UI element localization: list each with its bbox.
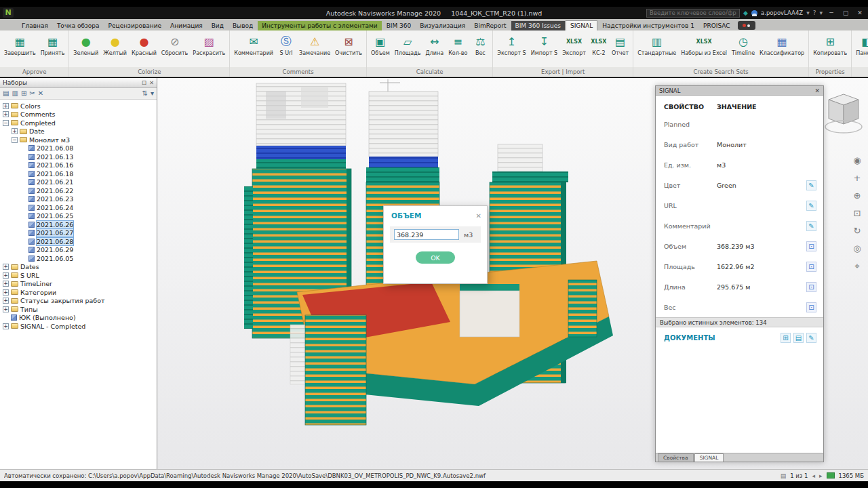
tree-item[interactable]: +Date	[0, 127, 157, 136]
ribbon-tab-bimreport[interactable]: BimReport	[470, 21, 510, 30]
filter-icon[interactable]: ▾	[151, 90, 154, 97]
ribbon-button-sets-from-excel[interactable]: XLSXНаборы из Excel	[679, 32, 729, 67]
view-cube[interactable]	[822, 87, 865, 138]
dialog-close-icon[interactable]: ✕	[476, 212, 481, 220]
cut-icon[interactable]: ✂	[29, 90, 35, 97]
collapse-icon[interactable]: −	[12, 137, 18, 143]
tree-item[interactable]: 2021.06.26	[0, 220, 157, 229]
ribbon-button-volume[interactable]: ▣Объем	[369, 32, 392, 67]
ribbon-tab-bim360[interactable]: BIM 360	[382, 21, 416, 30]
expand-icon[interactable]: +	[3, 272, 9, 279]
expand-icon[interactable]: +	[3, 111, 9, 117]
ribbon-button-length[interactable]: ↔Длина	[423, 32, 446, 67]
close-button[interactable]: ✕	[854, 9, 865, 16]
look-around-icon[interactable]: ◎	[850, 242, 864, 256]
new-folder-icon[interactable]: ▥	[12, 90, 18, 97]
tree-item[interactable]: 2021.06.13	[0, 152, 157, 161]
pan-icon[interactable]: +	[850, 171, 864, 185]
tree-item[interactable]: ЮК (Выполнено)	[0, 314, 157, 323]
tree-item[interactable]: 2021.06.25	[0, 212, 157, 221]
sheet-icon[interactable]: ▤	[781, 472, 787, 479]
tree-item[interactable]: 2021.06.22	[0, 186, 157, 195]
walk-icon[interactable]: ⌖	[850, 260, 864, 273]
add-document-icon[interactable]: ⊞	[781, 333, 791, 343]
ribbon-button-colorize[interactable]: ▨Раскрасить	[191, 32, 227, 67]
ribbon-tab-review[interactable]: Рецензирование	[104, 21, 165, 30]
ribbon-tab-bim360-issues[interactable]: BIM 360 Issues	[511, 21, 565, 30]
ribbon-button-count[interactable]: ≡Кол-во	[446, 32, 469, 67]
close-panel-icon[interactable]: ✕	[149, 79, 154, 86]
ribbon-button-reset[interactable]: ⊘Сбросить	[159, 32, 190, 67]
steering-wheel-icon[interactable]: ◉	[850, 154, 864, 167]
tree-item[interactable]: −Completed	[0, 119, 157, 127]
tree-item[interactable]: +Colors	[0, 102, 157, 110]
next-sheet-icon[interactable]: ▸	[819, 472, 823, 479]
ribbon-button-standard-sets[interactable]: ▥Стандартные	[635, 32, 678, 67]
ribbon-tab-proisac[interactable]: PROISAC	[699, 21, 734, 30]
ribbon-tab-rendering[interactable]: Визуализация	[416, 21, 469, 30]
panel-tab-signal[interactable]: SIGNAL	[694, 453, 724, 462]
ribbon-tab-signal[interactable]: SIGNAL	[566, 20, 597, 30]
edit-document-icon[interactable]: ✎	[806, 333, 816, 343]
user-menu-caret-icon[interactable]: ▾	[806, 9, 810, 16]
ribbon-tab-tool-addins[interactable]: Надстройки инструментов 1	[598, 21, 698, 30]
tree-item[interactable]: +Статусы закрытия работ	[0, 297, 157, 306]
prev-sheet-icon[interactable]: ◂	[812, 472, 815, 479]
tree-item[interactable]: 2021.06.08	[0, 144, 157, 153]
select-elements-icon[interactable]: ⊡	[806, 241, 816, 251]
ribbon-button-yellow[interactable]: ●Желтый	[101, 32, 129, 67]
ribbon-button-red[interactable]: ●Красный	[130, 32, 159, 67]
collapse-icon[interactable]: −	[3, 120, 9, 126]
expand-icon[interactable]: +	[3, 281, 9, 287]
expand-icon[interactable]: +	[3, 103, 9, 109]
select-elements-icon[interactable]: ⊡	[806, 302, 816, 312]
orbit-icon[interactable]: ↻	[850, 224, 864, 238]
edit-property-icon[interactable]: ✎	[806, 180, 816, 190]
ribbon-button-xlsx-ks2[interactable]: XLSXКС-2	[589, 32, 609, 67]
ribbon-button-xlsx-export[interactable]: XLSXЭкспорт	[560, 32, 588, 67]
tree-item[interactable]: 2021.06.05	[0, 254, 157, 263]
ok-button[interactable]: OK	[416, 251, 455, 264]
ribbon-button-finish[interactable]: ▦Завершить	[2, 32, 38, 67]
ribbon-tab-view[interactable]: Вид	[208, 21, 228, 30]
maximize-button[interactable]: ▢	[840, 9, 851, 16]
ribbon-button-classifier[interactable]: ▦Классификатор	[757, 32, 806, 67]
expand-icon[interactable]: +	[3, 306, 9, 312]
tree-item[interactable]: +SIGNAL - Completed	[0, 322, 157, 331]
expand-icon[interactable]: +	[12, 128, 18, 134]
ribbon-button-remark[interactable]: ⚠Замечание	[297, 32, 332, 67]
ribbon-tab-item-tools[interactable]: Инструменты работы с элементами	[258, 21, 381, 30]
recorder-badge[interactable]	[738, 21, 755, 30]
tree-item[interactable]: 2021.06.16	[0, 161, 157, 170]
delete-icon[interactable]: ✕	[38, 90, 43, 97]
documents-list-area[interactable]	[656, 346, 823, 453]
expand-icon[interactable]: +	[3, 323, 9, 329]
search-input[interactable]	[646, 9, 740, 18]
ribbon-button-green[interactable]: ●Зеленый	[71, 32, 100, 67]
ribbon-tab-viewpoint[interactable]: Точка обзора	[53, 21, 104, 30]
pin-panel-icon[interactable]: ⊡	[142, 79, 146, 86]
ribbon-tab-home[interactable]: Главная	[18, 21, 52, 30]
expand-icon[interactable]: +	[3, 264, 9, 270]
duplicate-icon[interactable]: ⊞	[21, 90, 26, 97]
ribbon-button-comment[interactable]: ✉Комментарий	[232, 32, 275, 67]
help-icon[interactable]: ?	[813, 9, 816, 16]
tree-item[interactable]: 2021.06.24	[0, 203, 157, 212]
expand-icon[interactable]: +	[3, 289, 9, 296]
zoom-icon[interactable]: ⊕	[850, 189, 864, 203]
tree-item[interactable]: 2021.06.23	[0, 195, 157, 204]
app-logo[interactable]: N	[3, 8, 14, 18]
tree-item[interactable]: −Монолит м3	[0, 136, 157, 144]
ribbon-button-copy[interactable]: ⊞Копировать	[811, 32, 849, 67]
tree-item[interactable]: +Comments	[0, 110, 157, 119]
ribbon-button-clear[interactable]: ⊠Очистить	[333, 32, 364, 67]
ribbon-button-import-s[interactable]: ↧Импорт S	[529, 32, 560, 67]
zoom-window-icon[interactable]: ⊡	[850, 207, 864, 220]
tree-item[interactable]: 2021.06.29	[0, 246, 157, 255]
volume-input[interactable]	[394, 229, 459, 240]
select-elements-icon[interactable]: ⊡	[806, 262, 816, 272]
ribbon-button-s-url[interactable]: ⓈS Url	[276, 32, 296, 67]
tree-item[interactable]: +S URL	[0, 271, 157, 280]
new-set-icon[interactable]: ▤	[3, 90, 9, 97]
tree-item[interactable]: 2021.06.28	[0, 237, 157, 246]
